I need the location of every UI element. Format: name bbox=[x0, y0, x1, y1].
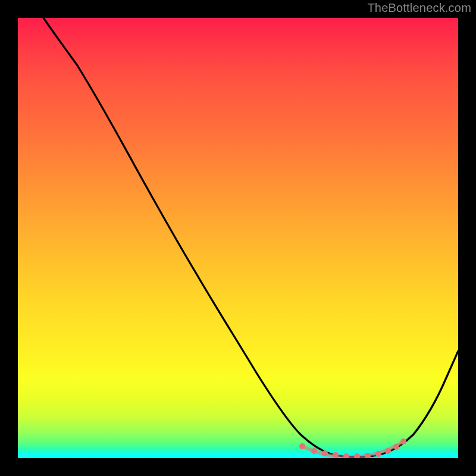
plot-area bbox=[18, 18, 458, 458]
curve-layer bbox=[18, 18, 458, 458]
bottleneck-curve bbox=[36, 18, 458, 457]
chart-frame: TheBottleneck.com bbox=[0, 0, 476, 476]
highlight-segment bbox=[302, 441, 403, 457]
watermark-text: TheBottleneck.com bbox=[367, 1, 471, 15]
